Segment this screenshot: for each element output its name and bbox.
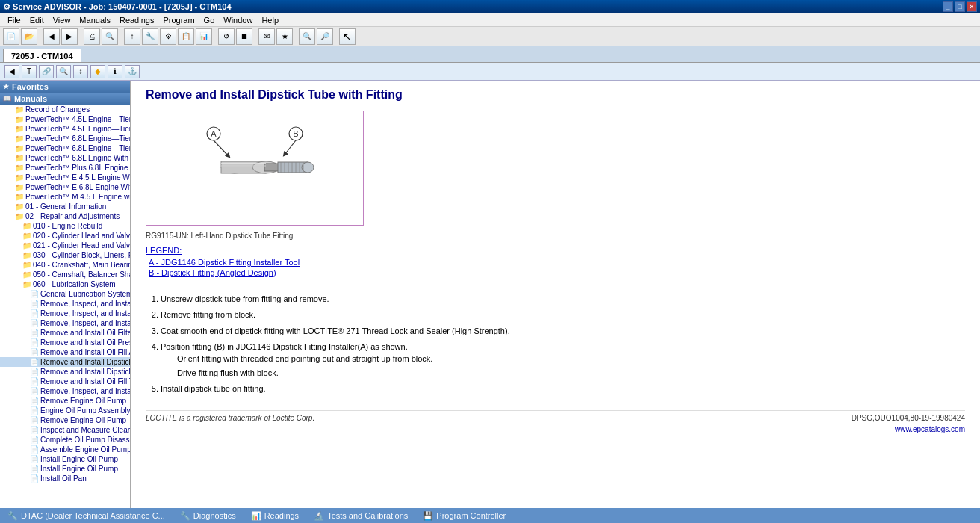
sidebar-favorites[interactable]: ★ Favorites — [0, 81, 130, 93]
bottom-tab-readings[interactable]: 📊 Readings — [244, 508, 306, 523]
tree-010-engine[interactable]: 📁 010 - Engine Rebuild — [0, 221, 130, 231]
menu-manuals[interactable]: Manuals — [75, 16, 115, 25]
tree-050-camshaft[interactable]: 📁 050 - Camshaft, Balancer Shaft E — [0, 270, 130, 279]
zoom-out-button[interactable]: 🔎 — [317, 28, 333, 45]
doc-link-button[interactable]: 🔗 — [39, 65, 54, 78]
tab-ctm104[interactable]: 7205J - CTM104 — [3, 49, 81, 62]
tree-powertech-m45[interactable]: 📁 PowerTech™ M 4.5 L Engine with — [0, 192, 130, 202]
tree-remove-oil-filter[interactable]: 📄 Remove and Install Oil Filter — [0, 328, 130, 338]
tree-powertech-45-t1[interactable]: 📁 PowerTech™ 4.5L Engine—Tier 1/ — [0, 114, 130, 124]
bottom-tab-diagnostics[interactable]: 🔧 Diagnostics — [173, 508, 244, 523]
legend-title[interactable]: LEGEND: — [146, 246, 965, 255]
tool-btn-1[interactable]: 🔧 — [142, 28, 158, 45]
folder-icon: 📁 — [15, 144, 24, 152]
menu-help[interactable]: Help — [257, 16, 283, 25]
menu-go[interactable]: Go — [199, 16, 220, 25]
doc-icon: 📄 — [30, 397, 39, 405]
instruction-1: Unscrew dipstick tube from fitting and r… — [161, 294, 965, 305]
back-button[interactable]: ◀ — [43, 28, 60, 45]
doc-text-button[interactable]: T — [22, 65, 37, 78]
tree-powertech-68-t2[interactable]: 📁 PowerTech™ 6.8L Engine—Tier 2/S — [0, 143, 130, 153]
tree-powertech-e45[interactable]: 📁 PowerTech™ E 4.5 L Engine With E — [0, 173, 130, 182]
tree-inspect-measure[interactable]: 📄 Inspect and Measure Cleara — [0, 425, 130, 435]
bottom-tab-tests[interactable]: 🔬 Tests and Calibrations — [306, 508, 415, 523]
dtac-label: DTAC (Dealer Technical Assistance C... — [21, 511, 165, 520]
doc-icon: 📄 — [30, 387, 39, 395]
stop-button[interactable]: ⏹ — [236, 28, 252, 45]
menu-readings[interactable]: Readings — [115, 16, 158, 25]
arrow-button[interactable]: ↑ — [124, 28, 140, 45]
doc-info-button[interactable]: ℹ — [108, 65, 122, 78]
tree-remove-insp-1[interactable]: 📄 Remove, Inspect, and Install — [0, 299, 130, 309]
mail-button[interactable]: ✉ — [258, 28, 275, 45]
tree-record-of-changes[interactable]: 📁 Record of Changes — [0, 105, 130, 114]
website-link[interactable]: www.epcatalogs.com — [146, 425, 965, 433]
legend-item-b[interactable]: B - Dipstick Fitting (Angled Design) — [149, 268, 965, 277]
cursor-button[interactable]: ↖ — [339, 28, 356, 45]
tree-remove-oil-fill[interactable]: 📄 Remove and Install Oil Fill A — [0, 347, 130, 357]
doc-highlight-button[interactable]: ◆ — [90, 65, 105, 78]
tree-powertech-68-t1[interactable]: 📁 PowerTech™ 6.8L Engine—Tier 1/ — [0, 134, 130, 143]
doc-zoom-button[interactable]: 🔍 — [56, 65, 71, 78]
tree-030-cylinder[interactable]: 📁 030 - Cylinder Block, Liners, Pis — [0, 250, 130, 260]
open-button[interactable]: 📂 — [21, 28, 37, 45]
tree-gen-lube[interactable]: 📄 General Lubrication System — [0, 289, 130, 299]
tree-powertech-45-t2[interactable]: 📁 PowerTech™ 4.5L Engine—Tier 2/ — [0, 124, 130, 134]
zoom-in-button[interactable]: 🔍 — [299, 28, 315, 45]
bottom-tab-program[interactable]: 💾 Program Controller — [415, 508, 513, 523]
tree-powertech-68-ele[interactable]: 📁 PowerTech™ 6.8L Engine With Elec — [0, 153, 130, 163]
tree-powertech-e68[interactable]: 📁 PowerTech™ E 6.8L Engine With E — [0, 182, 130, 192]
tree-powertech-plus-68[interactable]: 📁 PowerTech™ Plus 6.8L Engine Wit — [0, 163, 130, 173]
tree-install-pump-1[interactable]: 📄 Install Engine Oil Pump — [0, 454, 130, 464]
tool-btn-3[interactable]: 📋 — [178, 28, 194, 45]
minimize-button[interactable]: _ — [943, 1, 953, 12]
tree-install-pump-2[interactable]: 📄 Install Engine Oil Pump — [0, 464, 130, 474]
tree-remove-oil-fill-t[interactable]: 📄 Remove and Install Oil Fill T — [0, 377, 130, 386]
tree-021-cylinder[interactable]: 📁 021 - Cylinder Head and Valves — [0, 241, 130, 250]
print-button[interactable]: 🖨 — [84, 28, 100, 45]
menu-file[interactable]: File — [3, 16, 25, 25]
restore-button[interactable]: □ — [955, 1, 965, 12]
sidebar-manuals[interactable]: 📖 Manuals — [0, 93, 130, 105]
doc-anchor-button[interactable]: ⚓ — [125, 65, 140, 78]
new-button[interactable]: 📄 — [3, 28, 19, 45]
tree-remove-oil-pump[interactable]: 📄 Remove Engine Oil Pump — [0, 396, 130, 406]
doc-icon: 📄 — [30, 368, 39, 376]
folder-icon: 📁 — [15, 134, 24, 143]
search-button[interactable]: 🔍 — [102, 28, 118, 45]
menu-window[interactable]: Window — [219, 16, 257, 25]
forward-button[interactable]: ▶ — [61, 28, 78, 45]
tree-complete-oil-pump[interactable]: 📄 Complete Oil Pump Disasse — [0, 435, 130, 445]
tests-icon: 🔬 — [314, 511, 324, 521]
menu-program[interactable]: Program — [158, 16, 199, 25]
tree-assemble-pump[interactable]: 📄 Assemble Engine Oil Pump — [0, 445, 130, 454]
tree-install-oil-pan[interactable]: 📄 Install Oil Pan — [0, 474, 130, 483]
tree-040-crank[interactable]: 📁 040 - Crankshaft, Main Bearing — [0, 260, 130, 270]
tab-label: 7205J - CTM104 — [11, 52, 73, 61]
refresh-button[interactable]: ↺ — [218, 28, 235, 45]
tool-btn-2[interactable]: ⚙ — [160, 28, 176, 45]
tree-060-lube[interactable]: 📁 060 - Lubrication System — [0, 279, 130, 289]
tree-remove-oil-pump2[interactable]: 📄 Remove Engine Oil Pump — [0, 415, 130, 425]
tree-remove-insp-4[interactable]: 📄 Remove, Inspect, and Install — [0, 386, 130, 396]
tree-remove-dipstick-1[interactable]: 📄 Remove and Install Dipstick — [0, 357, 130, 367]
close-button[interactable]: × — [967, 1, 977, 12]
tree-020-cylinder[interactable]: 📁 020 - Cylinder Head and Valves — [0, 231, 130, 241]
legend-item-a[interactable]: A - JDG1146 Dipstick Fitting Installer T… — [149, 258, 965, 267]
tree-01-general[interactable]: 📁 01 - General Information — [0, 202, 130, 211]
tool-btn-4[interactable]: 📊 — [196, 28, 212, 45]
bookmark-button[interactable]: ★ — [276, 28, 293, 45]
doc-back-button[interactable]: ◀ — [4, 65, 19, 78]
tree-remove-oil-press[interactable]: 📄 Remove and Install Oil Press — [0, 338, 130, 347]
tree-remove-insp-2[interactable]: 📄 Remove, Inspect, and Install — [0, 309, 130, 318]
program-label: Program Controller — [436, 511, 506, 520]
footer-trademark: LOCTITE is a registered trademark of Loc… — [146, 414, 314, 422]
menu-view[interactable]: View — [49, 16, 75, 25]
menu-edit[interactable]: Edit — [25, 16, 49, 25]
tree-engine-oil-assy[interactable]: 📄 Engine Oil Pump Assembly — [0, 406, 130, 415]
bottom-tab-dtac[interactable]: 🔧 DTAC (Dealer Technical Assistance C... — [0, 508, 173, 523]
doc-arrows-button[interactable]: ↕ — [73, 65, 88, 78]
tree-remove-dipstick-2[interactable]: 📄 Remove and Install Dipstick — [0, 367, 130, 377]
tree-remove-insp-3[interactable]: 📄 Remove, Inspect, and Install — [0, 318, 130, 328]
tree-02-repair[interactable]: 📁 02 - Repair and Adjustments — [0, 211, 130, 221]
